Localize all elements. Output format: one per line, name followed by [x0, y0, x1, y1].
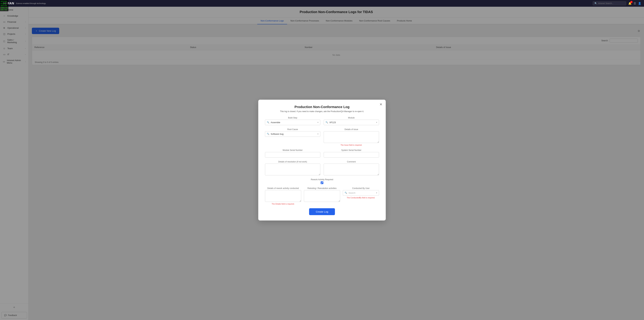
build-step-group: Build Step 🔍 Assemble ▾ — [265, 117, 320, 125]
form-row-rework-detail: Details of rework activity conducted The… — [265, 187, 379, 205]
search-box[interactable]: 🔍 — [593, 1, 626, 5]
form-row-serials: Module Serial Number System Serial Numbe… — [265, 149, 379, 158]
details-of-issue-group: Details of issue The Issue field is requ… — [324, 128, 379, 146]
comment-label: Comment — [324, 161, 379, 163]
chevron-down-icon: ▾ — [376, 192, 377, 194]
chevron-down-icon: ▾ — [318, 121, 318, 124]
conducted-by-label: Conducted By User — [343, 187, 379, 189]
search-icon: 🔍 — [345, 192, 347, 194]
form-row-build-module: Build Step 🔍 Assemble ▾ Module 🔍 XF123 ▾ — [265, 117, 379, 125]
modal-title: Production Non-Conformance Log — [265, 105, 379, 109]
search-input[interactable] — [598, 2, 624, 5]
create-log-button[interactable]: Create Log — [309, 208, 335, 215]
conducted-by-select[interactable]: 🔍 Search ▾ — [343, 190, 379, 196]
system-serial-group: System Serial Number — [324, 149, 379, 158]
rework-detail-error: The Details field is required. — [265, 203, 301, 205]
system-serial-input[interactable] — [324, 152, 379, 158]
modal-overlay: ✕ Production Non-Conformance Log This lo… — [0, 0, 644, 320]
notification-badge: 10 — [630, 1, 632, 3]
search-icon: 🔍 — [326, 121, 328, 124]
module-serial-label: Module Serial Number — [265, 149, 320, 151]
details-of-issue-label: Details of issue — [324, 128, 379, 131]
chevron-down-icon: ▾ — [376, 121, 377, 124]
modal-close-button[interactable]: ✕ — [380, 102, 382, 106]
resolution-label: Details of resolution (if not work) — [265, 161, 320, 163]
form-row-resolution-comment: Details of resolution (if not work) Comm… — [265, 161, 379, 175]
details-of-issue-textarea[interactable] — [324, 131, 379, 143]
root-cause-group: Root Cause 🔍 Software bug ▾ — [265, 128, 320, 146]
system-serial-label: System Serial Number — [324, 149, 379, 151]
root-cause-value: Software bug — [271, 133, 316, 135]
build-step-label: Build Step — [265, 117, 320, 119]
modal-subtitle: This log is closed. If you need to make … — [265, 110, 379, 113]
search-icon: 🔍 — [594, 2, 597, 5]
build-step-select[interactable]: 🔍 Assemble ▾ — [265, 120, 320, 125]
retesting-group: Retesting / Reevalution activities — [304, 187, 340, 205]
retesting-textarea[interactable] — [304, 190, 340, 202]
module-select[interactable]: 🔍 XF123 ▾ — [324, 120, 379, 125]
conducted-by-placeholder: Search — [348, 192, 375, 194]
comment-group: Comment — [324, 161, 379, 175]
module-value: XF123 — [330, 121, 375, 124]
rework-checkbox-row: Rework Activity Required — [265, 178, 379, 184]
rework-label: Rework Activity Required — [311, 178, 333, 181]
conducted-by-group: Conducted By User 🔍 Search ▾ The Conduct… — [343, 187, 379, 205]
search-icon: 🔍 — [267, 133, 269, 135]
root-cause-label: Root Cause — [265, 128, 320, 131]
rework-checkbox[interactable] — [321, 181, 323, 184]
module-group: Module 🔍 XF123 ▾ — [324, 117, 379, 125]
topbar-right: 🔍 🔔 10 ☰ 👤 — [593, 1, 641, 5]
form-row-root-details: Root Cause 🔍 Software bug ▾ Details of i… — [265, 128, 379, 146]
search-icon: 🔍 — [267, 121, 269, 124]
rework-detail-textarea[interactable] — [265, 190, 301, 202]
modal: ✕ Production Non-Conformance Log This lo… — [258, 100, 386, 220]
rework-detail-group: Details of rework activity conducted The… — [265, 187, 301, 205]
topbar: 3BMAN Science enabled through technology… — [0, 0, 644, 7]
module-label: Module — [324, 117, 379, 119]
root-cause-select[interactable]: 🔍 Software bug ▾ — [265, 131, 320, 137]
details-of-issue-error: The Issue field is required. — [324, 144, 379, 146]
conducted-by-error: The ConductedBy field is required. — [343, 197, 379, 199]
rework-detail-label: Details of rework activity conducted — [265, 187, 301, 189]
notification-bell[interactable]: 🔔 10 — [628, 2, 632, 5]
menu-icon[interactable]: ☰ — [634, 2, 636, 5]
chevron-down-icon: ▾ — [318, 133, 318, 135]
module-serial-input[interactable] — [265, 152, 320, 158]
modal-footer: Create Log — [265, 208, 379, 215]
perf-metrics: 107.6 ms 61.8 ms 323.0 ms 1395.2 ms 235.… — [0, 0, 8, 11]
tagline: Science enabled through technology. — [16, 2, 46, 4]
retesting-label: Retesting / Reevalution activities — [304, 187, 340, 189]
build-step-value: Assemble — [271, 121, 316, 124]
comment-textarea[interactable] — [324, 164, 379, 175]
module-serial-group: Module Serial Number — [265, 149, 320, 158]
resolution-group: Details of resolution (if not work) — [265, 161, 320, 175]
resolution-textarea[interactable] — [265, 164, 320, 175]
user-icon[interactable]: 👤 — [638, 2, 641, 5]
